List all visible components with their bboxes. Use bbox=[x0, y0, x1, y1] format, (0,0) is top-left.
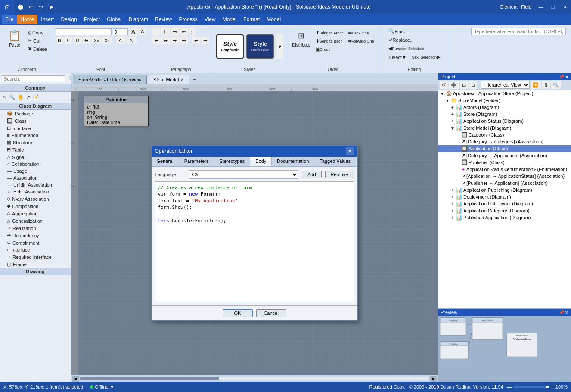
cancel-button[interactable]: Cancel bbox=[256, 309, 286, 317]
horizontal-scrollbar[interactable]: ◀ ▶ bbox=[71, 375, 438, 382]
tree-pub-app-assoc[interactable]: ↗ [Publisher → Application] (Association… bbox=[438, 180, 571, 187]
tree-root[interactable]: ▼ 🏠 Appstorex - Application Store (Proje… bbox=[438, 90, 571, 97]
find-button[interactable]: 🔍 Find... bbox=[386, 28, 410, 35]
scroll-left-button[interactable]: ◀ bbox=[72, 376, 79, 382]
tool-package[interactable]: 📦Package bbox=[0, 110, 71, 117]
tool-interface2[interactable]: ○Interface bbox=[0, 246, 71, 253]
list-numbered-button[interactable]: ⒈ bbox=[161, 28, 170, 36]
app-cat-toggle[interactable]: + bbox=[450, 208, 455, 213]
zoom-out-button[interactable]: — bbox=[507, 384, 512, 390]
tab-add-button[interactable]: + bbox=[190, 75, 199, 84]
remove-language-button[interactable]: Remove bbox=[325, 171, 354, 178]
tab-folder-overview[interactable]: StoreModel - Folder Overview bbox=[73, 75, 147, 84]
tool-composition[interactable]: ◆Composition bbox=[0, 202, 71, 210]
menu-global[interactable]: Global bbox=[103, 15, 125, 24]
qat-run[interactable]: ▶ bbox=[47, 3, 56, 11]
tool-frame[interactable]: ▢Frame bbox=[0, 261, 71, 268]
list-indent-decrease[interactable]: ⇤ bbox=[180, 28, 188, 36]
list-bullet-button[interactable]: ≡ bbox=[152, 28, 159, 36]
indent-more[interactable]: ➡ bbox=[201, 37, 209, 44]
store-toggle[interactable]: + bbox=[450, 112, 455, 117]
proj-expand-button[interactable]: ⊞ bbox=[460, 81, 468, 89]
send-to-back-button[interactable]: ⬇ Send to Back bbox=[313, 37, 345, 45]
list-indent-increase[interactable]: ⇥ bbox=[171, 28, 179, 36]
modal-tab-body[interactable]: Body bbox=[250, 157, 272, 166]
delete-button[interactable]: ✖ Delete bbox=[26, 45, 49, 53]
proj-search-button[interactable]: 🔍 bbox=[551, 81, 561, 89]
font-grow-button[interactable]: A bbox=[129, 28, 137, 36]
font-color-button[interactable]: A bbox=[116, 37, 126, 44]
folder-toggle[interactable]: ▼ bbox=[445, 98, 450, 103]
styles-more-button[interactable]: ▼ bbox=[276, 34, 283, 59]
forward-one-button[interactable]: ➡ Forward One bbox=[345, 37, 376, 45]
pub-app-toggle[interactable]: + bbox=[450, 215, 455, 220]
preview-close-button[interactable]: ✕ bbox=[565, 310, 568, 315]
store-model-toggle[interactable]: ▼ bbox=[450, 126, 455, 131]
tool-pan[interactable]: ✋ bbox=[17, 93, 25, 101]
font-size-input[interactable] bbox=[113, 28, 128, 35]
root-toggle[interactable]: ▼ bbox=[440, 91, 445, 96]
qat-button[interactable]: ⬤ bbox=[16, 3, 25, 11]
tool-realization[interactable]: ⇢Realization bbox=[0, 224, 71, 232]
tool-class[interactable]: 🔲Class bbox=[0, 117, 71, 124]
tree-app-category[interactable]: + 📊 Application Category (Diagram) bbox=[438, 207, 571, 214]
menu-insert[interactable]: Insert bbox=[37, 15, 57, 24]
para-spacing[interactable]: ↕ bbox=[189, 28, 196, 36]
zoom-control[interactable]: — + 100% bbox=[507, 384, 568, 390]
tool-nary-assoc[interactable]: ◇N-ary Association bbox=[0, 195, 71, 202]
tree-actors[interactable]: + 📊 Actors (Diagram) bbox=[438, 104, 571, 111]
tree-category[interactable]: 🔲 Category (Class) bbox=[438, 131, 571, 138]
tree-app-list[interactable]: + 📊 Application List Layout (Diagram) bbox=[438, 200, 571, 207]
view-select[interactable]: Hierarchical View Flat View bbox=[481, 81, 530, 89]
tool-note[interactable]: 📝 bbox=[32, 93, 40, 101]
cut-button[interactable]: ✂ Cut bbox=[26, 37, 49, 44]
modal-tab-parameters[interactable]: Parameters bbox=[179, 157, 214, 166]
tree-cat-cat-assoc[interactable]: ↗ [Category → Category] (Association) bbox=[438, 138, 571, 145]
bring-to-front-button[interactable]: ⬆ Bring to Front bbox=[313, 29, 345, 37]
project-pin-button[interactable]: 📌 bbox=[559, 75, 564, 79]
left-panel-search-input[interactable] bbox=[2, 75, 65, 82]
menu-model[interactable]: Model bbox=[219, 15, 240, 24]
tree-deployment[interactable]: + 📊 Deployment (Diagram) bbox=[438, 193, 571, 200]
menu-diagram[interactable]: Diagram bbox=[125, 15, 152, 24]
tree-app-status-diag[interactable]: + 📊 Application Status (Diagram) bbox=[438, 118, 571, 124]
menu-process[interactable]: Process bbox=[176, 15, 201, 24]
project-close-button[interactable]: ✕ bbox=[565, 75, 568, 79]
zoom-handle[interactable] bbox=[546, 386, 549, 388]
project-tree[interactable]: ▼ 🏠 Appstorex - Application Store (Proje… bbox=[438, 90, 571, 308]
tool-association[interactable]: —Association bbox=[0, 174, 71, 181]
add-language-button[interactable]: Add bbox=[302, 171, 322, 178]
menu-format[interactable]: Format bbox=[240, 15, 263, 24]
ok-button[interactable]: OK bbox=[223, 309, 253, 317]
modal-tab-general[interactable]: General bbox=[152, 157, 179, 166]
back-one-button[interactable]: ⬅ Back One bbox=[346, 29, 371, 37]
tool-signal[interactable]: △Signal bbox=[0, 153, 71, 161]
menu-model2[interactable]: Model bbox=[263, 15, 284, 24]
menu-home[interactable]: Home bbox=[17, 15, 37, 24]
distribute-button[interactable]: ⊞ Distribute bbox=[290, 28, 312, 49]
tree-publisher[interactable]: 🔲 Publisher (Class) bbox=[438, 159, 571, 166]
select-button[interactable]: Select ▼ bbox=[386, 53, 408, 61]
bold-button[interactable]: B bbox=[56, 37, 63, 44]
preview-pin-button[interactable]: 📌 bbox=[559, 310, 564, 315]
align-center-button[interactable]: ⬌ bbox=[161, 37, 170, 44]
language-select[interactable]: C# Java Python bbox=[189, 170, 298, 179]
indent-less[interactable]: ⬅ bbox=[192, 37, 200, 44]
style-emphasis-button[interactable]: Style Emphasis bbox=[216, 34, 244, 59]
align-left-button[interactable]: ⬅ bbox=[152, 37, 161, 44]
tab-store-model[interactable]: Store Model ✕ bbox=[148, 75, 189, 84]
scroll-thumb[interactable] bbox=[80, 377, 219, 380]
next-selection-button[interactable]: Next Selection ▶ bbox=[410, 53, 442, 61]
scroll-right-button[interactable]: ▶ bbox=[430, 376, 437, 382]
menu-view[interactable]: View bbox=[201, 15, 219, 24]
tool-connect[interactable]: ↗ bbox=[25, 93, 31, 101]
tree-store[interactable]: + 📊 Store (Diagram) bbox=[438, 111, 571, 118]
subscript-button[interactable]: Xn bbox=[102, 37, 112, 44]
menu-review[interactable]: Review bbox=[152, 15, 175, 24]
group-button[interactable]: ▣ Group bbox=[313, 46, 376, 53]
superscript-button[interactable]: Xn bbox=[92, 37, 101, 44]
diagram-canvas[interactable]: 100 200 300 Publisher er {id} ring on: S… bbox=[71, 91, 438, 375]
zoom-in-button[interactable]: + bbox=[550, 384, 554, 390]
tree-app-status-enum[interactable]: ⊞ ApplicationStatus «enumeration» (Enume… bbox=[438, 166, 571, 173]
tool-structure[interactable]: ▦Structure bbox=[0, 139, 71, 146]
